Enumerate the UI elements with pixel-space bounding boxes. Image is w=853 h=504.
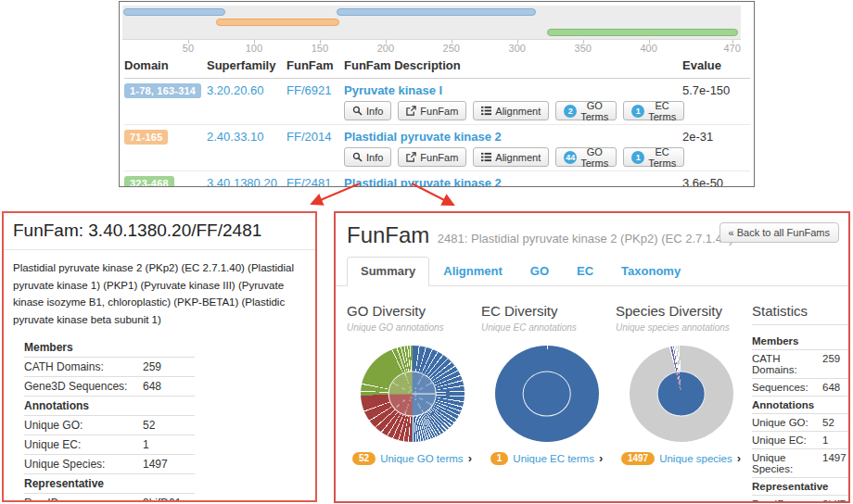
- alignment-icon: [481, 152, 491, 162]
- tab-alignment[interactable]: Alignment: [429, 257, 516, 286]
- superfamily-cell: 3.40.1380.20: [207, 176, 286, 187]
- statistics-column: Statistics MembersCATH Domains:259Sequen…: [752, 296, 850, 503]
- ec-diversity-donut-chart[interactable]: [495, 346, 599, 442]
- axis-tick-label: 300: [509, 43, 526, 54]
- description-cell: Plastidial pyruvate kinase 2InfoFunFamAl…: [344, 176, 682, 187]
- tab-taxonomy[interactable]: Taxonomy: [607, 257, 694, 286]
- superfamily-link[interactable]: 3.20.20.60: [207, 83, 263, 97]
- description-cell: Pyruvate kinase IInfoFunFamAlignment2GO …: [344, 83, 682, 120]
- page-title: FunFam: [347, 222, 429, 247]
- tab-go[interactable]: GO: [516, 257, 563, 286]
- tab-summary[interactable]: Summary: [347, 257, 429, 286]
- funfam-tabs: SummaryAlignmentGOECTaxonomy: [336, 257, 848, 286]
- stats-row: Unique EC:1: [752, 432, 850, 449]
- stats-label: Unique EC:: [24, 438, 143, 451]
- stats-label: Members: [752, 335, 822, 346]
- external-link-icon: [406, 152, 416, 162]
- back-to-all-funfams-button[interactable]: « Back to all FunFams: [719, 222, 839, 243]
- stats-label: Unique Species:: [24, 458, 143, 471]
- stats-section-header: Representative: [24, 474, 195, 494]
- column-header: Evalue: [682, 58, 750, 72]
- info-button[interactable]: Info: [344, 101, 391, 120]
- stats-label: Rep ID:: [752, 498, 822, 503]
- chart-area: [361, 346, 465, 442]
- domain-range-badge: 323-468: [124, 176, 174, 187]
- funfam-description-link[interactable]: Plastidial pyruvate kinase 2: [344, 130, 502, 144]
- domain-architecture-graphic: [122, 6, 741, 40]
- ec-terms-label: EC Terms: [648, 100, 676, 122]
- chart-detail-link[interactable]: Unique species: [659, 453, 732, 464]
- statistics-table: MembersCATH Domains:259Sequences:648Anno…: [752, 333, 850, 503]
- chart-subtitle: Unique EC annotations: [481, 322, 612, 333]
- donut-inner-ring: [656, 372, 706, 417]
- funfam-link[interactable]: FF/6921: [286, 83, 331, 97]
- domain-table-header: DomainSuperfamilyFunFamFunFam Descriptio…: [124, 56, 750, 79]
- external-link-icon: [406, 106, 416, 116]
- stats-label: Members: [24, 341, 143, 354]
- stats-value: 1: [822, 435, 850, 446]
- funfam-button-label: FunFam: [420, 152, 458, 163]
- diversity-chart-column: Species DiversityUnique species annotati…: [616, 296, 746, 503]
- alignment-button[interactable]: Alignment: [473, 147, 549, 167]
- stats-value: 259: [143, 360, 195, 373]
- go-terms-label: GO Terms: [580, 146, 608, 169]
- axis-tick-label: 100: [246, 43, 262, 54]
- domain-table-row: 71-1652.40.33.10FF/2014Plastidial pyruva…: [124, 125, 750, 171]
- domain-results-panel: 50100150200250300350400470 DomainSuperfa…: [119, 1, 755, 187]
- chart-area: [495, 346, 599, 442]
- chart-title: Species Diversity: [616, 303, 746, 319]
- stats-section-header: Annotations: [24, 397, 195, 416]
- go-count-badge: 2: [564, 105, 577, 118]
- funfam-button[interactable]: FunFam: [398, 147, 466, 167]
- stats-row: Rep ID:3bjfD01: [24, 494, 195, 503]
- stats-row: Unique EC:1: [24, 435, 195, 455]
- domain-cell: 71-165: [124, 130, 207, 167]
- species-diversity-donut-chart[interactable]: [630, 346, 733, 442]
- superfamily-link[interactable]: 3.40.1380.20: [207, 176, 277, 187]
- alignment-button[interactable]: Alignment: [473, 101, 549, 120]
- stats-label: CATH Domains:: [24, 360, 143, 373]
- domain-table: DomainSuperfamilyFunFamFunFam Descriptio…: [124, 56, 750, 187]
- stats-value: 3bjfD01: [822, 498, 850, 503]
- chart-subtitle: Unique GO annotations: [347, 322, 477, 333]
- funfam-link[interactable]: FF/2481: [286, 176, 331, 187]
- stats-row: Unique Species:1497: [752, 449, 850, 478]
- chart-area: [630, 346, 733, 442]
- ec-count-badge: 1: [631, 105, 644, 118]
- funfam-summary-page: FunFam 2481: Plastidial pyruvate kinase …: [334, 211, 850, 503]
- info-button[interactable]: Info: [344, 147, 391, 167]
- ec-terms-button[interactable]: 1EC Terms: [623, 147, 684, 167]
- funfam-description-link[interactable]: Pyruvate kinase I: [344, 83, 442, 97]
- chevron-right-icon: ›: [468, 451, 472, 465]
- info-button-label: Info: [366, 152, 383, 163]
- page: 50100150200250300350400470 DomainSuperfa…: [0, 0, 853, 504]
- ec-terms-button[interactable]: 1EC Terms: [623, 101, 684, 120]
- stats-value: 1497: [822, 452, 850, 474]
- funfam-description-link[interactable]: Plastidial pyruvate kinase 2: [344, 176, 502, 187]
- chart-title: EC Diversity: [481, 303, 612, 319]
- diversity-chart-column: GO DiversityUnique GO annotations52Uniqu…: [347, 296, 477, 503]
- funfam-link[interactable]: FF/2014: [286, 130, 331, 144]
- stats-section-header: Annotations: [752, 397, 850, 414]
- go-diversity-donut-chart[interactable]: [361, 346, 465, 442]
- funfam-button[interactable]: FunFam: [398, 101, 466, 120]
- chart-detail-link[interactable]: Unique EC terms: [513, 453, 594, 464]
- chart-detail-link[interactable]: Unique GO terms: [380, 453, 463, 464]
- stats-section-header: Members: [752, 333, 850, 350]
- count-pill: 52: [352, 452, 376, 465]
- description-cell: Plastidial pyruvate kinase 2InfoFunFamAl…: [344, 130, 682, 167]
- funfam-cell: FF/2014: [286, 130, 344, 167]
- domain-cell: 1-78, 163-314: [124, 83, 207, 120]
- stats-row: Unique GO:52: [24, 416, 195, 435]
- funfam-description-text: Plastidial pyruvate kinase 2 (PKp2) (EC …: [4, 250, 315, 333]
- stats-row: Rep ID:3bjfD01: [752, 496, 850, 503]
- stats-row: Unique GO:52: [752, 414, 850, 432]
- superfamily-link[interactable]: 2.40.33.10: [207, 130, 263, 144]
- domain-table-body: 1-78, 163-3143.20.20.60FF/6921Pyruvate k…: [124, 79, 750, 187]
- column-header: Domain: [124, 58, 207, 72]
- superfamily-cell: 3.20.20.60: [207, 83, 286, 120]
- tab-ec[interactable]: EC: [563, 257, 607, 286]
- go-terms-button[interactable]: 44GO Terms: [555, 147, 617, 167]
- go-terms-button[interactable]: 2GO Terms: [555, 101, 617, 120]
- donut-inner-ring: [388, 372, 437, 417]
